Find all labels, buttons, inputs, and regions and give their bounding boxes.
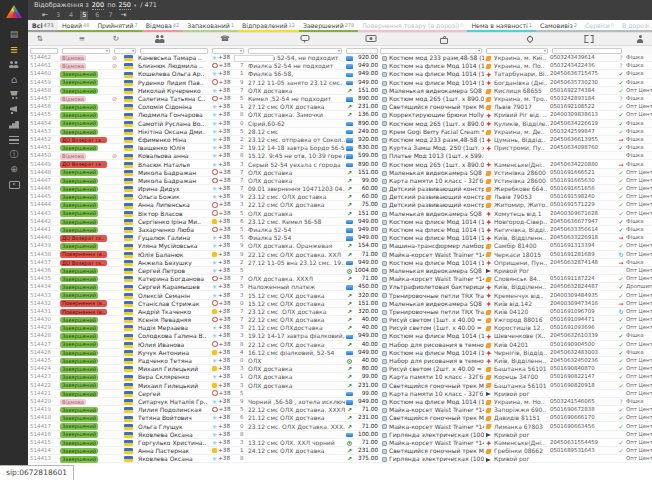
dashboard-icon[interactable]: ▤ — [0, 27, 28, 42]
order-row[interactable]: 514451ЗавершенийІващенко Юлія✳+38219.12 … — [28, 144, 652, 152]
column-status-edit-icon[interactable]: ≡ — [79, 35, 85, 43]
column-filter-9[interactable] — [552, 48, 622, 54]
order-row[interactable]: 514448ЗавершенийМикола Бадражан+387ОЛХ д… — [28, 169, 652, 177]
order-row[interactable]: 514459ЗавершенийРуденко Лидия Пав..+3892… — [28, 79, 652, 87]
column-tracking-icon[interactable] — [585, 35, 594, 43]
order-row[interactable]: 514439ЗавершенийУляна Мусійовська✳+389ОЛ… — [28, 242, 652, 250]
order-row[interactable]: 514436ЗавершенийСергей Петров✳+3851004.0… — [28, 267, 652, 275]
page-button-3[interactable]: 3 — [54, 11, 62, 20]
order-row[interactable]: 514450Відмова⊘Ковальова анна✳+38815.12. … — [28, 152, 652, 160]
column-manager-icon[interactable] — [636, 35, 644, 43]
column-clients-icon[interactable] — [155, 35, 165, 43]
column-comments-icon[interactable] — [301, 35, 310, 41]
order-row[interactable]: 514425ЗавершенийРадченко Тетяна✳+380ОЛХ4… — [28, 357, 652, 365]
column-filter-2[interactable]: ▾ — [114, 48, 136, 54]
order-row[interactable]: 514416ЗавершенийЯковлева Оксана✳+388100.… — [28, 431, 652, 439]
order-row[interactable]: 514428ЗавершенийСолодкова Галина В..✳+38… — [28, 332, 652, 340]
column-filter-8[interactable]: ▾ — [486, 48, 548, 54]
column-filter-1[interactable]: ▾ — [62, 48, 110, 54]
column-id-sort-icon[interactable]: ⇅ — [37, 35, 43, 43]
order-row[interactable]: 514423ЗавершенийВера Скляренко✳+381ОЛХ д… — [28, 373, 652, 381]
tab-Запакований[interactable]: Запакований1 — [183, 20, 238, 32]
order-row[interactable]: 514455ЗавершенийЛюдмила Гончарова✳+388ОЛ… — [28, 111, 652, 119]
order-row[interactable]: 514458ЗавершенийНиколай Кучеренко✳+387ОЛ… — [28, 87, 652, 95]
column-phone-icon[interactable]: ☎ — [220, 35, 229, 43]
page-button-4[interactable]: 4 — [67, 11, 75, 20]
range-from[interactable]: 200 — [92, 1, 104, 10]
order-row[interactable]: 514418ЗавершенийТетяна Войтович✳+38621.1… — [28, 414, 652, 422]
order-row[interactable]: 514435ЗавершенийКатерина Богданова+387ОЛ… — [28, 275, 652, 283]
order-row[interactable]: 514437ДО Возврат ск..Анжела Безушку✳+382… — [28, 259, 652, 267]
column-delivery-address-icon[interactable] — [527, 35, 533, 42]
column-filter-5[interactable]: ▾ — [248, 48, 342, 54]
clients-icon[interactable] — [0, 57, 28, 72]
tab-Всі[interactable]: Всі471 — [28, 20, 58, 32]
order-row[interactable]: 514453ЗавершенийНікітіна Оксана Дми..✳+3… — [28, 128, 652, 136]
column-payment-icon[interactable] — [366, 35, 377, 42]
order-row[interactable]: 514442ЗавершенийСергіенко Іріна Ми..+386… — [28, 218, 652, 226]
page-button-7[interactable]: 7 — [106, 11, 114, 20]
order-row[interactable]: 514419ЗавершенийЛилия Подолинская+38522.… — [28, 406, 652, 414]
order-row[interactable]: 514444ЗавершенийАнна Липенська+38322.12 … — [28, 201, 652, 209]
orders-icon[interactable]: ≡ — [0, 42, 28, 57]
column-products-icon[interactable] — [440, 35, 448, 44]
order-row[interactable]: 514432Повернення (в..Станіслав Стрижак+3… — [28, 300, 652, 308]
order-row[interactable]: 514434ЗавершенийСергей Карамышев✳+385Нал… — [28, 283, 652, 291]
tab-Новий[interactable]: Новий48 — [58, 20, 94, 32]
settings-icon[interactable] — [0, 132, 28, 147]
column-call-status-icon[interactable]: ↻ — [113, 35, 119, 43]
order-row[interactable]: 514447ЗавершенийМикола Бадражан+387ОЛХ д… — [28, 177, 652, 185]
order-row[interactable]: 514443ЗавершенийВіктор Власов+385ОЛХ дос… — [28, 210, 652, 218]
range-to[interactable]: 250 — [119, 1, 131, 10]
order-row[interactable]: 514460ЗавершенийКошелева Ольга Ар..✳+381… — [28, 70, 652, 78]
stats-icon[interactable] — [0, 117, 28, 132]
order-row[interactable]: 514427ЗавершенийЮлия Иванова+38822.12 см… — [28, 341, 652, 349]
order-row[interactable]: 514440ДО Возврат ск..Гуцалюк Галина✳+385… — [28, 234, 652, 242]
tab-Сервіси[interactable]: Сервіси0 — [581, 20, 618, 32]
last-page-button[interactable]: ⇥ — [121, 11, 127, 20]
video-icon[interactable] — [0, 177, 28, 192]
order-row[interactable]: 514461Відмова⊘Близнюк Людмила ..+387Фиал… — [28, 62, 652, 70]
order-row[interactable]: 514445ЗавершенийОльга Божик✳+38923.12 см… — [28, 193, 652, 201]
tab-Прийнятий[interactable]: Прийнятий7 — [93, 20, 141, 32]
column-filter-3[interactable] — [140, 48, 208, 54]
company-icon[interactable]: ⌂ — [0, 72, 28, 87]
order-row[interactable]: 514438Повернення (в..Юлія Баланюк+38922.… — [28, 251, 652, 259]
chevron-down-icon[interactable]: ▾ — [134, 3, 136, 8]
order-row[interactable]: 514462Відмова⊘Каневська Тамара ..✳+381Ла… — [28, 54, 652, 62]
tab-Повернення товару (в дорозі)[interactable]: Повернення товару (в дорозі)0 — [358, 20, 467, 32]
order-row[interactable]: 514457Відмова⊘Салегина Татьяна С..+385Ке… — [28, 95, 652, 103]
order-row[interactable]: 514446ЗавершенийИрина Дидух✳+38709.01 зв… — [28, 185, 652, 193]
order-row[interactable]: 514454ЗавершенийСамотій Руслана Во..✳+38… — [28, 120, 652, 128]
order-row[interactable]: 514433ЗавершенийОлексій Семанін✳+38315.1… — [28, 291, 652, 299]
tab-Нема в наявності[interactable]: Нема в наявності1 — [467, 20, 535, 32]
order-row[interactable]: 514452ДО Возврат ск..Єфименко Ніна✳+3822… — [28, 136, 652, 144]
order-row[interactable]: 514449ДО Возврат ск..Власюк Наталья✳+383… — [28, 160, 652, 168]
order-row[interactable]: 514431Повернення (в..Андрій Ткаченко+387… — [28, 308, 652, 316]
column-filter-0[interactable] — [30, 48, 58, 54]
globe-icon[interactable]: ⊕ — [0, 162, 28, 177]
tab-Завершений[interactable]: Завершений278 — [299, 20, 358, 32]
page-button-5[interactable]: 5 — [80, 11, 88, 20]
column-filter-7[interactable]: ▾ — [380, 48, 482, 54]
tab-Самовивіз[interactable]: Самовивіз2 — [536, 20, 581, 32]
page-button-6[interactable]: 6 — [93, 11, 101, 20]
cart-icon[interactable] — [0, 87, 28, 102]
order-row[interactable]: 514456ЗавершенийСоломія Сідоніна✳+38127.… — [28, 103, 652, 111]
order-row[interactable]: 514429ЗавершенийНадія Мерзаева✳+38321.12… — [28, 324, 652, 332]
marketing-icon[interactable] — [0, 102, 28, 117]
tab-Відправлений[interactable]: Відправлений12 — [238, 20, 299, 32]
app-logo-icon[interactable] — [6, 5, 22, 18]
order-row[interactable]: 514420ВідмоваСитарчук Наталія Гр..✳+389Ч… — [28, 398, 652, 406]
order-row[interactable]: 514413ЗавершенийЯковлева Оксана✳+388↗375… — [28, 455, 652, 463]
order-row[interactable]: 514430ЗавершенийКсенія Левадняя+38722.12… — [28, 316, 652, 324]
order-row[interactable]: 514421ЗавершенийСергей+38599.00Карта пам… — [28, 390, 652, 398]
order-row[interactable]: 514417ЗавершенийОльга Глущук✳+38023.12 с… — [28, 422, 652, 430]
tab-Відмова[interactable]: Відмова42 — [142, 20, 184, 32]
tab-В дорозі додому[interactable]: В дорозі додому0 — [618, 20, 652, 32]
info-icon[interactable]: ⓘ — [0, 147, 28, 162]
column-filter-6[interactable] — [346, 48, 378, 54]
order-row[interactable]: 514426ЗавершенийКучук Антонина+38416.12 … — [28, 349, 652, 357]
first-page-button[interactable]: ⇤ — [42, 11, 48, 20]
order-row[interactable]: 514415ЗавершенийГоргулько Христина..✳+38… — [28, 439, 652, 447]
